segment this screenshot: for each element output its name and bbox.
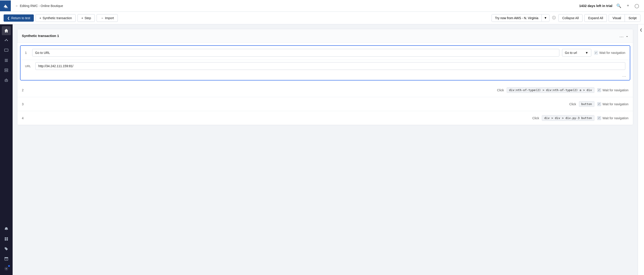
step-4-number: 4 bbox=[22, 116, 26, 120]
try-now-label: Try now from AWS - N. Virginia bbox=[495, 16, 538, 20]
synthetic-transaction-button[interactable]: + Synthetic transaction bbox=[36, 14, 76, 22]
sidebar-item-tag[interactable] bbox=[2, 244, 11, 253]
sidebar-item-archive[interactable] bbox=[2, 254, 11, 263]
plus-icon: + bbox=[627, 4, 629, 8]
step-2-number: 2 bbox=[22, 88, 26, 92]
import-label: Import bbox=[105, 16, 114, 20]
step-3-wait-nav: ✓ Wait for navigation bbox=[597, 102, 628, 106]
step-1-wait-nav: ✓ Wait for navigation bbox=[594, 51, 625, 55]
step-3-wait-nav-label: Wait for navigation bbox=[602, 102, 628, 106]
sidebar-item-list[interactable] bbox=[2, 56, 11, 65]
step-4-wait-nav-label: Wait for navigation bbox=[602, 116, 628, 120]
bookmark-icon-button[interactable]: ◯ bbox=[633, 2, 640, 10]
sidebar bbox=[0, 24, 12, 275]
svg-rect-6 bbox=[5, 59, 8, 60]
step-1-url-input[interactable] bbox=[35, 62, 625, 70]
svg-rect-16 bbox=[5, 239, 6, 240]
step-2-checkbox[interactable]: ✓ bbox=[597, 88, 601, 92]
svg-rect-11 bbox=[5, 80, 8, 82]
step-1-checkbox[interactable]: ✓ bbox=[594, 51, 598, 55]
splunk-logo bbox=[0, 1, 11, 11]
plus-icon-step: + bbox=[81, 16, 83, 20]
step-1-action-select[interactable]: Go to url ▼ bbox=[562, 49, 591, 57]
step-1-row: 1 Go to url ▼ ✓ Wait for navigation bbox=[20, 46, 630, 60]
synthetic-transaction-label: Synthetic transaction bbox=[42, 16, 72, 20]
visual-label: Visual bbox=[612, 16, 621, 20]
svg-rect-10 bbox=[5, 71, 8, 72]
step-1-name-input[interactable] bbox=[32, 49, 559, 57]
trial-text: 1432 days left in trial bbox=[579, 4, 612, 8]
expand-all-button[interactable]: Expand All bbox=[584, 14, 607, 22]
collapse-all-button[interactable]: Collapse All bbox=[558, 14, 582, 22]
import-button[interactable]: → Import bbox=[96, 14, 118, 22]
step-4-wait-nav: ✓ Wait for navigation bbox=[597, 116, 628, 120]
svg-rect-15 bbox=[6, 237, 8, 239]
transaction-container: Synthetic transaction 1 … ⌄ 1 Go to url … bbox=[17, 29, 633, 125]
search-icon-button[interactable]: 🔍 bbox=[615, 2, 622, 10]
return-to-test-label: Return to test bbox=[11, 16, 30, 20]
step-3-row: 3 Click button ✓ Wait for navigation bbox=[17, 97, 633, 111]
svg-point-12 bbox=[6, 80, 6, 81]
top-header: ← Editing RWC - Online Boutique 1432 day… bbox=[0, 0, 644, 12]
step-1-number: 1 bbox=[25, 51, 30, 55]
layout: Synthetic transaction 1 … ⌄ 1 Go to url … bbox=[0, 24, 644, 275]
step-1-block: 1 Go to url ▼ ✓ Wait for navigation URL bbox=[20, 45, 630, 81]
step-4-row: 4 Click div > div > div.py-3 button ✓ Wa… bbox=[17, 111, 633, 125]
sidebar-item-robot[interactable] bbox=[2, 76, 11, 85]
step-button[interactable]: + Step bbox=[78, 14, 95, 22]
transaction-title: Synthetic transaction 1 bbox=[22, 34, 59, 38]
add-icon-button[interactable]: + bbox=[625, 2, 630, 10]
return-to-test-button[interactable]: ❮ Return to test bbox=[4, 15, 34, 22]
main-content: Synthetic transaction 1 … ⌄ 1 Go to url … bbox=[12, 24, 638, 275]
svg-rect-8 bbox=[5, 61, 8, 62]
visual-button[interactable]: Visual bbox=[609, 15, 625, 22]
caret-down-icon: ▼ bbox=[544, 16, 547, 20]
editing-title: Editing RWC - Online Boutique bbox=[20, 4, 63, 8]
step-1-action-label: Go to url bbox=[565, 51, 577, 55]
try-now-caret-button[interactable]: ▼ bbox=[542, 15, 549, 22]
svg-rect-14 bbox=[5, 237, 6, 239]
expand-all-label: Expand All bbox=[588, 16, 603, 20]
sidebar-item-alert[interactable] bbox=[2, 224, 11, 233]
script-button[interactable]: Script bbox=[625, 15, 640, 22]
back-button[interactable]: ← Editing RWC - Online Boutique bbox=[15, 4, 63, 8]
sidebar-item-monitor[interactable] bbox=[2, 46, 11, 55]
chevron-right-icon: ❮ bbox=[640, 28, 642, 32]
try-now-button[interactable]: Try now from AWS - N. Virginia bbox=[492, 15, 541, 22]
collapse-all-label: Collapse All bbox=[562, 16, 579, 20]
sidebar-item-home[interactable] bbox=[2, 26, 11, 35]
script-label: Script bbox=[628, 16, 636, 20]
bookmark-icon: ◯ bbox=[634, 4, 639, 8]
step-3-action-label: Click bbox=[569, 102, 576, 106]
svg-rect-9 bbox=[5, 69, 8, 70]
svg-line-4 bbox=[7, 40, 7, 40]
step-4-checkbox[interactable]: ✓ bbox=[597, 116, 601, 120]
info-icon-button[interactable]: ⓘ bbox=[551, 15, 557, 21]
step-1-wait-nav-label: Wait for navigation bbox=[600, 51, 625, 55]
transaction-collapse-button[interactable]: ⌄ bbox=[626, 34, 628, 38]
step-2-row: 2 Click div:nth-of-type(2) > div:nth-of-… bbox=[17, 83, 633, 97]
import-icon: → bbox=[100, 16, 104, 20]
try-now-group: Try now from AWS - N. Virginia ▼ bbox=[492, 14, 550, 22]
sidebar-item-server[interactable] bbox=[2, 66, 11, 75]
info-icon: ⓘ bbox=[552, 16, 556, 20]
step-2-wait-nav-label: Wait for navigation bbox=[602, 88, 628, 92]
chevron-down-icon: ▼ bbox=[585, 51, 588, 55]
svg-point-13 bbox=[6, 80, 7, 81]
step-3-checkbox[interactable]: ✓ bbox=[597, 102, 601, 106]
svg-rect-17 bbox=[6, 239, 8, 240]
step-3-selector: button bbox=[579, 101, 594, 107]
svg-point-20 bbox=[6, 268, 7, 269]
view-toggle: Visual Script bbox=[609, 14, 640, 22]
url-label: URL bbox=[25, 65, 33, 68]
svg-rect-5 bbox=[4, 49, 8, 51]
right-panel-toggle[interactable]: ❮ bbox=[638, 24, 644, 275]
sidebar-item-graph[interactable] bbox=[2, 36, 11, 45]
plus-icon-synthetic: + bbox=[40, 16, 41, 20]
chevron-left-icon: ❮ bbox=[7, 16, 10, 20]
step-4-selector: div > div > div.py-3 button bbox=[542, 115, 594, 121]
sidebar-item-settings[interactable] bbox=[2, 264, 11, 273]
sidebar-item-dashboard[interactable] bbox=[2, 234, 11, 243]
step-1-more-button[interactable]: … bbox=[622, 73, 626, 78]
transaction-menu-button[interactable]: … bbox=[618, 33, 626, 39]
